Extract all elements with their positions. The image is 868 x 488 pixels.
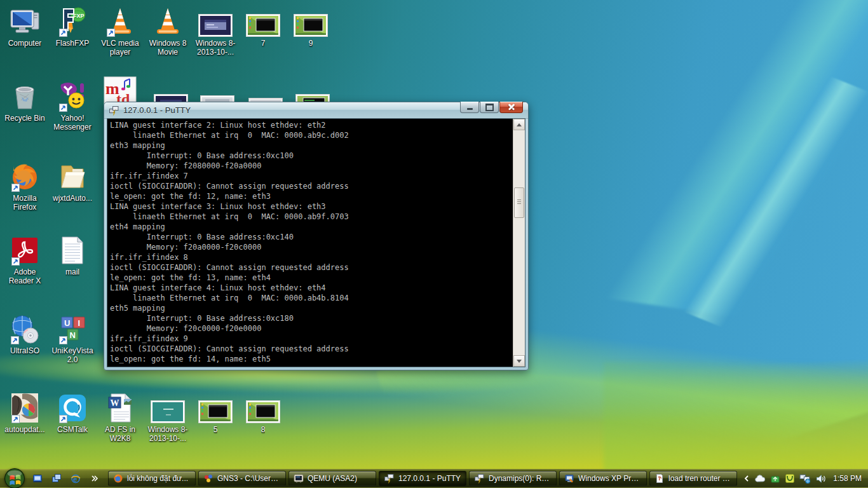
desktop-icon-label: FlashFXP	[56, 39, 90, 48]
desktop-icon-7[interactable]: 7	[240, 4, 287, 48]
quick-launch-show-desktop-icon[interactable]	[31, 471, 44, 485]
tray-volume-icon[interactable]	[815, 474, 827, 484]
quick-launch-switch-windows-icon[interactable]	[50, 471, 64, 485]
desktop-icon-label: AD FS in W2K8	[97, 425, 144, 443]
desktop-icon-vlc-media-player[interactable]: VLC media player	[97, 4, 144, 57]
notepad-icon	[58, 233, 86, 266]
task-button-dynamips-0-r3[interactable]: Dynamips(0): R3, ...	[469, 471, 557, 486]
task-button-load-tren-router[interactable]: load tren router - ...	[649, 471, 737, 486]
desktop-icon-label: Mozilla Firefox	[1, 194, 48, 212]
terminal-line: ifr.ifr_ifindex 9	[110, 334, 510, 344]
desktop-icon-unikeyvista-2-0[interactable]: UINUniKeyVista 2.0	[49, 311, 96, 364]
putty-icon	[109, 105, 119, 116]
desktop-icon-windows-8-2013-10[interactable]: Windows 8-2013-10-...	[144, 390, 191, 443]
desktop-icon-label: Yahoo! Messenger	[49, 114, 96, 132]
terminal-line: linaeth Ethernet at irq 0 MAC: 0000.ab9c…	[110, 130, 510, 140]
tray-collapse-chevron-icon[interactable]	[743, 475, 750, 482]
desktop-icon-csmtalk[interactable]: CSMTalk	[49, 390, 96, 434]
scrollbar-thumb[interactable]	[514, 187, 524, 218]
thumb-desktop-icon	[198, 390, 233, 423]
yahoo-icon	[57, 79, 88, 112]
task-button-windows-xp-prof[interactable]: Windows XP Prof...	[559, 471, 647, 486]
terminal-line: Memory: f2080000-f20a0000	[110, 161, 510, 171]
recycle-icon	[10, 79, 40, 112]
unikey-icon: UIN	[57, 311, 88, 344]
system-tray: 1:58 PM	[738, 473, 868, 484]
tray-network-icon[interactable]	[799, 473, 811, 484]
terminal-scrollbar[interactable]	[513, 119, 525, 367]
desktop-icon-flashfxp[interactable]: FXPFlashFXP	[49, 4, 96, 48]
clock[interactable]: 1:58 PM	[833, 474, 862, 483]
desktop-icon-computer[interactable]: Computer	[1, 4, 48, 48]
desktop-icon-label: UltraISO	[10, 346, 39, 355]
putty-titlebar[interactable]: 127.0.0.1 - PuTTY	[104, 102, 528, 119]
thumb-desktop-icon	[246, 390, 280, 423]
desktop-icon-label: autoupdat...	[4, 425, 44, 434]
desktop-icon-adobe-reader-x[interactable]: Adobe Reader X	[1, 233, 48, 285]
tray-cloud-icon[interactable]	[754, 474, 766, 483]
maximize-button[interactable]	[480, 102, 499, 113]
terminal-line: ioctl (SIOCGIFADDR): Cannot assign reque…	[110, 262, 510, 273]
task-button-l-i-kh-ng-t[interactable]: lỗi không đặt đư...	[108, 471, 196, 486]
desktop-icon-autoupdat[interactable]: autoupdat...	[1, 390, 48, 434]
close-button[interactable]	[499, 102, 523, 113]
desktop-icon-5[interactable]: 5	[192, 390, 239, 434]
task-button-gns3-c-users[interactable]: GNS3 - C:\Users\...	[198, 471, 286, 486]
svg-text:FXP: FXP	[73, 13, 85, 19]
tray-sync-icon[interactable]	[770, 473, 780, 484]
desktop-icon-8[interactable]: 8	[240, 390, 287, 434]
start-button[interactable]	[4, 468, 25, 488]
desktop-icon-label: VLC media player	[97, 39, 144, 57]
minimize-button[interactable]	[460, 102, 479, 113]
desktop-icon-ultraiso[interactable]: UltraISO	[1, 311, 48, 355]
flashfxp-icon: FXP	[57, 4, 88, 37]
task-button-127-0-0-1-putty[interactable]: 127.0.0.1 - PuTTY	[379, 471, 466, 486]
quick-launch-overflow-chevron-icon[interactable]	[88, 471, 102, 485]
shortcut-arrow-icon	[59, 336, 67, 344]
terminal-line: eth5 mapping	[110, 303, 510, 313]
desktop-icon-windows-8-movie[interactable]: Windows 8 Movie	[144, 4, 191, 57]
scroll-down-button[interactable]	[513, 355, 525, 367]
quick-launch-internet-explorer-icon[interactable]: e	[69, 471, 83, 485]
terminal-line: le_open: got the fd: 12, name: eth3	[110, 191, 510, 201]
desktop-icon-wjxtdauto[interactable]: wjxtdAuto...	[49, 159, 96, 203]
terminal-line: eth4 mapping	[110, 222, 510, 232]
desktop-icon-mail[interactable]: mail	[49, 233, 96, 276]
scroll-up-button[interactable]	[513, 119, 525, 130]
terminal-line: ioctl (SIOCGIFADDR): Cannot assign reque…	[110, 344, 510, 354]
putty-title: 127.0.0.1 - PuTTY	[123, 105, 191, 115]
folder-icon	[57, 159, 88, 192]
desktop-icon-label: Windows 8-2013-10-...	[144, 425, 191, 443]
desktop-icon-label: 5	[214, 425, 218, 434]
desktop-icon-label: Adobe Reader X	[1, 268, 48, 285]
putty-window: 127.0.0.1 - PuTTY LINA guest interface 2…	[104, 102, 529, 370]
desktop-icon-ad-fs-in-w2k8[interactable]: WAD FS in W2K8	[97, 390, 144, 443]
wallpaper-streak	[536, 0, 868, 343]
task-button-label: Dynamips(0): R3, ...	[489, 474, 552, 483]
terminal-line: Interrupt: 0 Base address:0xc100	[110, 151, 510, 161]
vlc-icon	[153, 4, 183, 37]
desktop-icon-mozilla-firefox[interactable]: Mozilla Firefox	[1, 159, 48, 212]
terminal-output: LINA guest interface 2: Linux host ethde…	[107, 119, 513, 367]
task-button-label: QEMU (ASA2)	[308, 474, 357, 483]
adobe-icon	[10, 233, 40, 266]
desktop-icon-label: wjxtdAuto...	[53, 194, 92, 203]
firefox-small-icon	[113, 473, 123, 484]
ultraiso-icon	[9, 311, 41, 344]
desktop-icon-label: UniKeyVista 2.0	[49, 346, 96, 364]
qemu-icon	[294, 473, 304, 484]
desktop-icon-yahoo-messenger[interactable]: Yahoo! Messenger	[49, 79, 96, 132]
tray-unikey-tray-icon[interactable]	[785, 473, 795, 484]
desktop-icon-label: Windows 8-2013-10-...	[192, 39, 239, 57]
terminal[interactable]: LINA guest interface 2: Linux host ethde…	[107, 118, 526, 367]
terminal-line: ioctl (SIOCGIFADDR): Cannot assign reque…	[110, 181, 510, 191]
task-button-qemu-asa2[interactable]: QEMU (ASA2)	[288, 471, 376, 486]
desktop-icon-label: CSMTalk	[57, 425, 88, 434]
terminal-line: LINA guest interface 2: Linux host ethde…	[110, 120, 510, 130]
desktop-icon-recycle-bin[interactable]: Recycle Bin	[1, 79, 48, 123]
desktop-icon-windows-8-2013-10[interactable]: Windows 8-2013-10-...	[192, 4, 239, 57]
desktop-icon-9[interactable]: 9	[287, 4, 334, 48]
svg-text:U: U	[64, 318, 70, 328]
task-button-label: Windows XP Prof...	[578, 474, 642, 483]
svg-text:I: I	[78, 318, 81, 328]
